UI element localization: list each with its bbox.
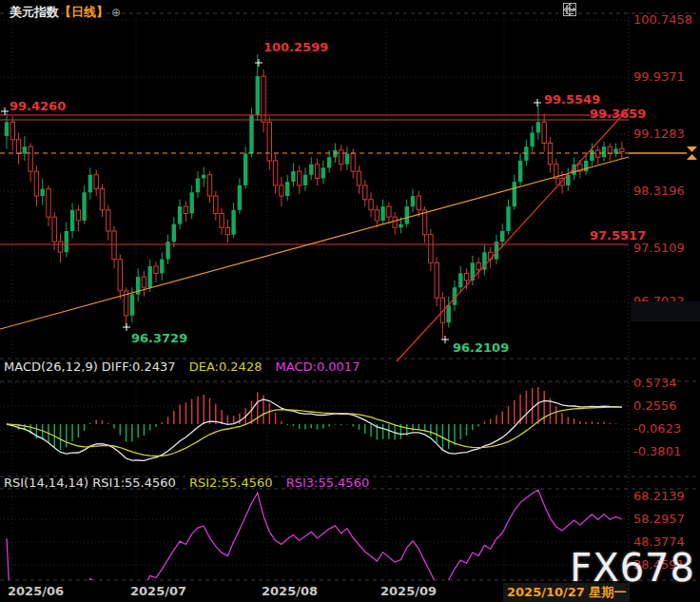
- macd-axis-tick: -0.3801: [633, 444, 681, 458]
- chart-application: 100.745899.937199.128398.319697.510996.7…: [0, 0, 700, 602]
- macd-label-diff: MACD(26,12,9) DIFF:0.2437: [4, 359, 176, 374]
- timeframe-label: 【日线】: [59, 5, 108, 19]
- date-label: 2025/09: [380, 584, 437, 598]
- cross-markers: [1, 59, 541, 343]
- macd-series: [7, 387, 622, 460]
- macd-axis-tick: 0.5734: [633, 376, 677, 390]
- macd-dea-value: DEA:0.2428: [189, 359, 262, 374]
- rsi-axis-tick: 68.2139: [633, 489, 685, 503]
- swing-price-label: 96.3729: [131, 331, 187, 345]
- watermark: FX678: [570, 546, 695, 590]
- candlestick-series: [5, 54, 624, 340]
- reset-axis-icon[interactable]: [612, 3, 625, 16]
- collapse-icon[interactable]: ⊕: [111, 6, 121, 19]
- macd-axis-tick: -0.0623: [633, 421, 681, 436]
- zoom-y-axis-icon[interactable]: [579, 3, 593, 16]
- price-axis-tick: 99.9371: [633, 69, 685, 84]
- rsi2-value: RSI2:55.4560: [189, 476, 273, 490]
- macd-axis-tick: 0.2556: [633, 398, 677, 413]
- date-label: 2025/08: [262, 584, 318, 598]
- macd-header: MACD(26,12,9) DIFF:0.2437 DEA:0.2428 MAC…: [4, 359, 360, 374]
- symbol-name: 美元指数: [10, 5, 59, 19]
- macd-value: MACD:0.0017: [276, 359, 360, 374]
- rsi1-label: RSI(14,14,14) RSI1:55.4560: [4, 476, 176, 490]
- price-axis-tick: 99.1283: [633, 126, 685, 141]
- redaction-box: [631, 301, 700, 321]
- chart-canvas[interactable]: [0, 0, 700, 602]
- rsi3-value: RSI3:55.4560: [286, 476, 370, 490]
- swing-price-label: 96.2109: [453, 340, 509, 355]
- price-axis-tick: 97.5109: [633, 241, 685, 255]
- price-axis-tick: 100.7458: [633, 12, 692, 27]
- date-label: 2025/06: [8, 584, 64, 598]
- swing-price-label: 100.2599: [263, 40, 328, 54]
- price-axis-tick: 98.3196: [633, 184, 685, 198]
- chart-title: 美元指数【日线】⊕: [10, 4, 121, 21]
- rsi-header: RSI(14,14,14) RSI1:55.4560 RSI2:55.4560 …: [4, 476, 369, 490]
- date-label: 2025/07: [130, 584, 186, 598]
- chart-toolbar: [563, 3, 625, 16]
- swing-price-label: 99.5549: [544, 92, 600, 107]
- swing-price-label: 99.3659: [590, 107, 646, 121]
- swing-price-label: 99.4260: [10, 99, 66, 113]
- swing-price-label: 97.5517: [590, 228, 646, 243]
- rsi-axis-tick: 58.2957: [633, 512, 685, 526]
- zoom-x-axis-icon[interactable]: [595, 3, 609, 16]
